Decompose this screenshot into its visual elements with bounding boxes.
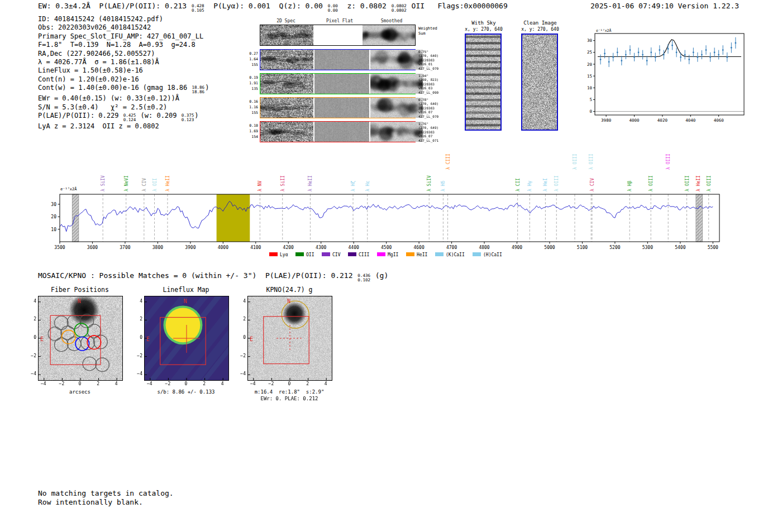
svg-text:4300: 4300 bbox=[316, 245, 326, 250]
svg-text:λ CIV: λ CIV bbox=[142, 178, 147, 191]
spec2d-row-scales: 0.271.64155 bbox=[245, 51, 258, 68]
x-axis-tick-label: −2 bbox=[55, 381, 68, 386]
spec2d-row-pixelflat bbox=[314, 98, 369, 118]
spec2d-row-pixelflat bbox=[314, 122, 369, 142]
x-axis-tick-label: 2 bbox=[198, 381, 211, 386]
info-line: RA,Dec (227.902466,52.005527) bbox=[38, 50, 209, 58]
with-sky-title: With Sky bbox=[458, 20, 509, 26]
stacked-uncertainty: 0.4360.102 bbox=[357, 274, 370, 282]
svg-text:λ HeII: λ HeII bbox=[696, 175, 701, 191]
with-sky-image bbox=[465, 33, 502, 131]
svg-text:λ CII: λ CII bbox=[516, 178, 521, 191]
x-axis-tick-label: 0 bbox=[283, 381, 296, 386]
svg-text:λ HeII: λ HeII bbox=[165, 175, 170, 191]
info-block: ID: 4018415242 (4018415242.pdf)Obs: 2022… bbox=[38, 15, 209, 131]
fiber-positions-title: Fiber Positions bbox=[38, 286, 122, 294]
svg-text:4800: 4800 bbox=[479, 245, 489, 250]
spec2d-col-header-pixelflat: Pixel Flat bbox=[313, 18, 366, 23]
spec2d-row-scales: 0.191.91135 bbox=[245, 75, 258, 92]
svg-text:Lyα: Lyα bbox=[280, 252, 288, 257]
svg-text:HeII: HeII bbox=[417, 252, 427, 257]
y-axis-tick-label: 4 bbox=[233, 299, 246, 304]
kpno-cutout-title: KPNO(24.7) g bbox=[247, 286, 331, 294]
spec2d-row-meta: 1.04"(269, 823)20220303v026_03427_LL_090 bbox=[418, 74, 453, 94]
info-line: EWr = 0.40(±0.15) (w: 0.33(±0.12))Å bbox=[38, 94, 209, 103]
spec2d-col-header-smoothed: Smoothed bbox=[367, 18, 416, 23]
lineflux-xlabel: s/b: 8.86 +/- 0.133 bbox=[144, 389, 228, 395]
y-axis-tick-label: −4 bbox=[233, 371, 246, 376]
spec2d-col-header-2dspec: 2D Spec bbox=[260, 18, 312, 23]
stacked-uncertainty: 18.8618.86 bbox=[192, 85, 205, 94]
x-axis-tick-label: −4 bbox=[143, 381, 156, 386]
y-axis-tick-label: −2 bbox=[233, 353, 246, 358]
info-line: λ = 4026.77Å σ = 1.86(±1.08)Å bbox=[38, 58, 209, 66]
y-axis-tick-label: 2 bbox=[130, 317, 142, 322]
svg-text:CIII: CIII bbox=[359, 252, 369, 257]
svg-text:λ OIII: λ OIII bbox=[649, 175, 654, 191]
spec2d-row-2d bbox=[260, 122, 313, 142]
svg-text:λ SiIV: λ SiIV bbox=[427, 175, 432, 191]
svg-text:3900: 3900 bbox=[185, 245, 196, 250]
kpno-xlabel: m:16.4 re:1.8" s:2.9" bbox=[247, 389, 331, 395]
svg-text:λ HeI: λ HeI bbox=[543, 178, 548, 191]
x-axis-tick-label: 4 bbox=[216, 381, 229, 386]
svg-text:4500: 4500 bbox=[381, 245, 392, 250]
info-line: LineFlux = 1.50(±0.58)e-16 bbox=[38, 66, 209, 75]
clean-2d-image bbox=[522, 35, 557, 130]
spec2d-row-scales: 0.101.69154 bbox=[245, 123, 258, 140]
x-axis-tick-label: −4 bbox=[37, 381, 50, 386]
spec2d-row-2d bbox=[260, 98, 313, 118]
svg-text:OII: OII bbox=[306, 252, 314, 257]
spec2d-row-meta: 0.75"(270, 640)20220303v026_01427_LL_070 bbox=[418, 50, 453, 70]
svg-text:λ NV: λ NV bbox=[258, 181, 263, 191]
lineflux-map-title: Lineflux Map bbox=[144, 286, 228, 294]
svg-text:4200: 4200 bbox=[283, 245, 294, 250]
lineflux-map-image bbox=[144, 296, 229, 381]
y-axis-tick-label: 2 bbox=[23, 317, 36, 322]
y-axis-tick-label: 0 bbox=[130, 335, 142, 340]
svg-text:15: 15 bbox=[587, 74, 592, 79]
spec2d-row-smoothed bbox=[370, 98, 423, 118]
svg-text:5000: 5000 bbox=[544, 245, 555, 250]
svg-text:λ OIII: λ OIII bbox=[573, 154, 578, 170]
header-summary: EW: 0.3±4.2Å P(LAE)/P(OII): 0.213 0.4280… bbox=[38, 2, 508, 13]
x-axis-tick-label: −2 bbox=[161, 381, 174, 386]
y-axis-tick-label: 4 bbox=[23, 299, 36, 304]
svg-text:5300: 5300 bbox=[642, 245, 653, 250]
svg-text:4700: 4700 bbox=[446, 245, 457, 250]
svg-text:10: 10 bbox=[587, 85, 593, 90]
stacked-uncertainty: 0.4250.124 bbox=[123, 113, 136, 122]
svg-text:5: 5 bbox=[589, 97, 592, 102]
x-axis-tick-label: −2 bbox=[264, 381, 278, 386]
x-axis-tick-label: −4 bbox=[246, 381, 260, 386]
mosaic-match-line: MOSAIC/KPNO : Possible Matches = 0 (with… bbox=[38, 271, 388, 282]
footer-note-1: No matching targets in catalog. bbox=[38, 489, 174, 498]
svg-text:λ Hγ: λ Hγ bbox=[527, 181, 532, 191]
info-line: LyA z = 2.3124 OII z = 0.0802 bbox=[38, 122, 209, 131]
svg-text:e⁻¹⁷x2Å: e⁻¹⁷x2Å bbox=[596, 28, 611, 33]
svg-text:λ OIII: λ OIII bbox=[589, 154, 594, 170]
svg-text:5500: 5500 bbox=[708, 245, 718, 250]
svg-text:e⁻¹⁷x2Å: e⁻¹⁷x2Å bbox=[60, 186, 77, 191]
svg-text:λ OIII: λ OIII bbox=[554, 175, 559, 191]
x-axis-tick-label: 4 bbox=[109, 381, 123, 386]
svg-text:λ Hζ: λ Hζ bbox=[351, 181, 356, 191]
spec2d-row bbox=[260, 49, 416, 70]
svg-text:4100: 4100 bbox=[250, 245, 261, 250]
kpno-cutout-panel: KPNO(24.7) g m:16.4 re:1.8" s:2.9" EWr: … bbox=[232, 282, 349, 406]
full-spectrum-plot: λ SiIVλ NeVIλ CIVλ OIIλ HeIIλ NVλ SiIIλ … bbox=[34, 146, 748, 262]
svg-text:3500: 3500 bbox=[54, 245, 65, 250]
svg-text:4020: 4020 bbox=[657, 118, 668, 123]
footer-note-2: Row intentionally blank. bbox=[38, 498, 143, 507]
spec2d-weighted-smoothed bbox=[363, 25, 415, 45]
stacked-uncertainty: 0.4280.105 bbox=[192, 4, 204, 13]
line-fit-plot: 39804000402040404060051015202530e⁻¹⁷x2Å bbox=[581, 27, 748, 124]
kpno-cutout-image bbox=[247, 296, 332, 381]
spec2d-weighted-sum-label: Weighted Sum bbox=[418, 26, 443, 36]
fiber-positions-panel: Fiber Positions arcsecs −4−4−2−2002244 bbox=[22, 282, 140, 406]
svg-text:20: 20 bbox=[51, 214, 56, 219]
spec2d-row-smoothed bbox=[370, 74, 423, 94]
spec2d-row-meta: 1.76"(270, 649)20220303v026_07427_LL_071 bbox=[418, 122, 453, 142]
y-axis-tick-label: 4 bbox=[130, 299, 142, 304]
svg-text:3800: 3800 bbox=[152, 245, 163, 250]
